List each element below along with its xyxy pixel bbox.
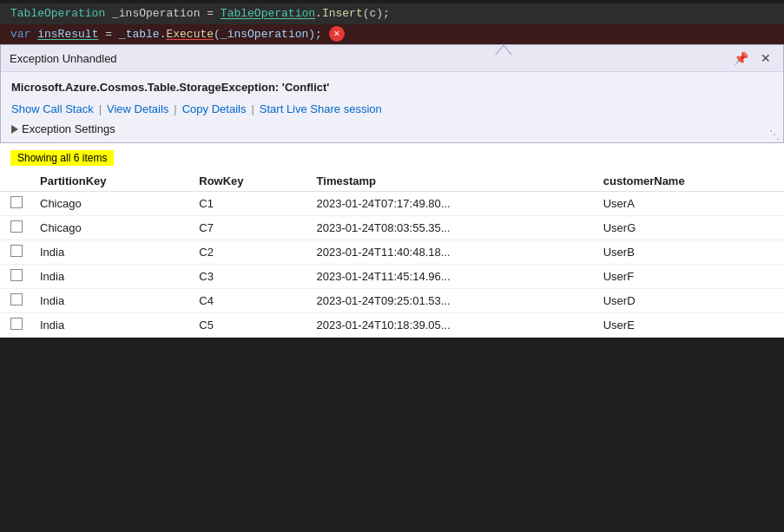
customer-name-cell: UserD — [596, 289, 784, 313]
col-row-key[interactable]: RowKey — [192, 171, 309, 192]
timestamp-cell: 2023-01-24T08:03:55.35... — [310, 216, 596, 240]
row-checkbox[interactable] — [10, 196, 23, 208]
row-checkbox[interactable] — [10, 293, 23, 305]
timestamp-cell: 2023-01-24T09:25:01.53... — [310, 289, 596, 313]
code-token: TableOperation — [221, 5, 315, 23]
customer-name-cell: UserA — [596, 192, 784, 216]
exception-value: 'Conflict' — [282, 81, 330, 94]
code-token: _table. — [119, 26, 167, 43]
exception-header-icons: 📌 ✕ — [730, 50, 774, 66]
table-row: Chicago C7 2023-01-24T08:03:55.35... Use… — [0, 216, 784, 240]
close-icon: ✕ — [761, 51, 771, 65]
exception-popup: Exception Unhandled 📌 ✕ Microsoft.Azure.… — [0, 44, 784, 143]
row-checkbox[interactable] — [10, 245, 23, 257]
row-checkbox-cell[interactable] — [0, 265, 33, 289]
row-key-cell: C1 — [192, 192, 309, 216]
partition-key-cell: India — [33, 240, 192, 265]
table-row: India C5 2023-01-24T10:18:39.05... UserE — [0, 313, 784, 338]
data-area: Showing all 6 items PartitionKey RowKey … — [0, 143, 784, 338]
row-checkbox-cell[interactable] — [0, 289, 33, 313]
customer-name-cell: UserE — [596, 313, 784, 338]
exception-body: Microsoft.Azure.Cosmos.Table.StorageExce… — [1, 72, 783, 142]
row-checkbox-cell[interactable] — [0, 192, 33, 216]
timestamp-cell: 2023-01-24T11:45:14.96... — [310, 265, 596, 289]
exception-header: Exception Unhandled 📌 ✕ — [1, 45, 783, 72]
data-table: PartitionKey RowKey Timestamp customerNa… — [0, 171, 784, 338]
code-token — [30, 26, 37, 43]
row-checkbox[interactable] — [10, 269, 23, 281]
code-token: . — [315, 5, 322, 23]
code-token: TableOperation — [10, 5, 105, 23]
view-details-link[interactable]: View Details — [107, 102, 168, 115]
customer-name-cell: UserF — [596, 265, 784, 289]
col-customer-name[interactable]: customerName — [596, 171, 784, 192]
code-token: insResult — [37, 26, 98, 43]
timestamp-cell: 2023-01-24T07:17:49.80... — [310, 192, 596, 216]
code-token: var — [10, 26, 30, 43]
partition-key-cell: Chicago — [33, 192, 192, 216]
row-checkbox-cell[interactable] — [0, 240, 33, 265]
row-key-cell: C5 — [192, 313, 309, 338]
code-token: Execute — [166, 26, 214, 43]
resize-handle[interactable]: ⋱ — [769, 128, 780, 141]
table-row: Chicago C1 2023-01-24T07:17:49.80... Use… — [0, 192, 784, 216]
table-row: India C2 2023-01-24T11:40:48.18... UserB — [0, 240, 784, 265]
col-checkbox — [0, 171, 33, 192]
expand-icon — [11, 125, 18, 134]
code-token: _insOperation = — [105, 5, 221, 23]
showing-badge-text: Showing all 6 items — [10, 150, 114, 166]
start-live-share-link[interactable]: Start Live Share session — [260, 102, 382, 115]
partition-key-cell: Chicago — [33, 216, 192, 240]
copy-details-link[interactable]: Copy Details — [182, 102, 247, 115]
pin-icon: 📌 — [734, 51, 748, 65]
exception-links: Show Call Stack | View Details | Copy De… — [11, 102, 773, 115]
code-token: = — [98, 26, 118, 43]
table-row: India C3 2023-01-24T11:45:14.96... UserF — [0, 265, 784, 289]
pin-button[interactable]: 📌 — [730, 50, 752, 66]
timestamp-cell: 2023-01-24T10:18:39.05... — [310, 313, 596, 338]
code-token: (_insOperation); — [214, 26, 322, 43]
error-icon: ✕ — [329, 26, 345, 42]
exception-title: Exception Unhandled — [10, 52, 117, 65]
code-token: Insert — [322, 5, 363, 23]
row-key-cell: C4 — [192, 289, 309, 313]
col-partition-key[interactable]: PartitionKey — [33, 171, 192, 192]
partition-key-cell: India — [33, 265, 192, 289]
code-line-1: TableOperation _insOperation = TableOper… — [0, 3, 784, 24]
code-token: (c); — [363, 5, 390, 23]
row-key-cell: C3 — [192, 265, 309, 289]
code-area: TableOperation _insOperation = TableOper… — [0, 0, 784, 44]
partition-key-cell: India — [33, 313, 192, 338]
row-key-cell: C2 — [192, 240, 309, 265]
exception-type: Microsoft.Azure.Cosmos.Table.StorageExce… — [11, 81, 279, 94]
customer-name-cell: UserG — [596, 216, 784, 240]
show-call-stack-link[interactable]: Show Call Stack — [11, 102, 94, 115]
row-checkbox[interactable] — [10, 318, 23, 330]
exception-settings[interactable]: Exception Settings — [11, 122, 773, 135]
table-header-row: PartitionKey RowKey Timestamp customerNa… — [0, 171, 784, 192]
col-timestamp[interactable]: Timestamp — [310, 171, 596, 192]
exception-settings-label: Exception Settings — [22, 122, 115, 135]
timestamp-cell: 2023-01-24T11:40:48.18... — [310, 240, 596, 265]
code-line-2: var insResult = _table. Execute (_insOpe… — [0, 24, 784, 45]
row-checkbox[interactable] — [10, 220, 23, 233]
customer-name-cell: UserB — [596, 240, 784, 265]
close-button[interactable]: ✕ — [757, 50, 774, 66]
separator-3: | — [251, 102, 254, 115]
separator-2: | — [174, 102, 176, 115]
table-row: India C4 2023-01-24T09:25:01.53... UserD — [0, 289, 784, 313]
row-checkbox-cell[interactable] — [0, 313, 33, 338]
showing-badge: Showing all 6 items — [0, 143, 784, 171]
separator-1: | — [99, 102, 102, 115]
row-checkbox-cell[interactable] — [0, 216, 33, 240]
row-key-cell: C7 — [192, 216, 309, 240]
exception-message: Microsoft.Azure.Cosmos.Table.StorageExce… — [11, 81, 773, 94]
partition-key-cell: India — [33, 289, 192, 313]
